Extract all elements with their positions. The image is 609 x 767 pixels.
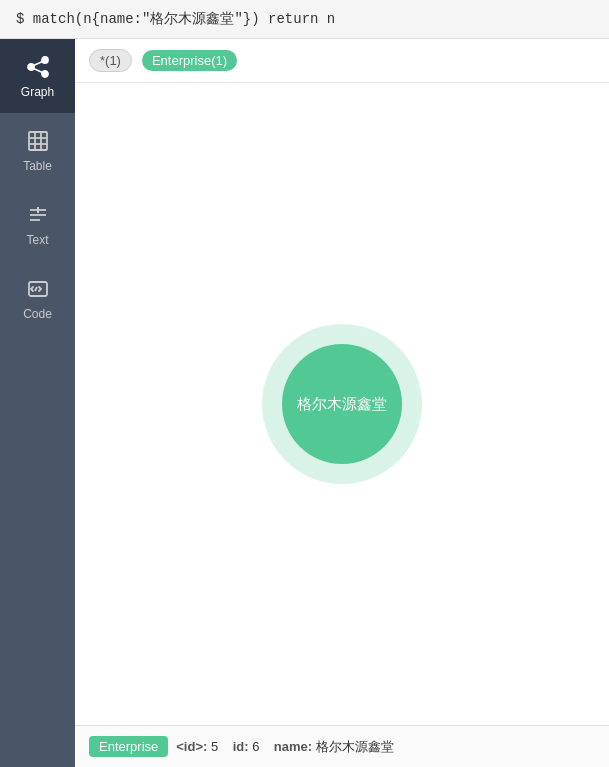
graph-icon bbox=[24, 53, 52, 81]
id2-value: 6 bbox=[252, 739, 259, 754]
content-area: *(1) Enterprise(1) 格尔木源鑫堂 Enterprise <id… bbox=[75, 39, 609, 767]
query-text: $ match(n{name:"格尔木源鑫堂"}) return n bbox=[16, 11, 335, 27]
graph-canvas: 格尔木源鑫堂 bbox=[75, 83, 609, 725]
sidebar-item-code[interactable]: Code bbox=[0, 261, 75, 335]
tab-bar: *(1) Enterprise(1) bbox=[75, 39, 609, 83]
code-icon bbox=[24, 275, 52, 303]
info-bar: Enterprise <id>: 5 id: 6 name: 格尔木源鑫堂 bbox=[75, 725, 609, 767]
main-layout: Graph Table bbox=[0, 39, 609, 767]
svg-line-15 bbox=[35, 287, 37, 291]
svg-rect-5 bbox=[29, 132, 47, 150]
sidebar-code-label: Code bbox=[23, 307, 52, 321]
info-badge: Enterprise bbox=[89, 736, 168, 757]
node-outer-ring: 格尔木源鑫堂 bbox=[262, 324, 422, 484]
svg-point-2 bbox=[42, 71, 48, 77]
node-label: 格尔木源鑫堂 bbox=[297, 395, 387, 414]
tab-all[interactable]: *(1) bbox=[89, 49, 132, 72]
sidebar-table-label: Table bbox=[23, 159, 52, 173]
svg-line-4 bbox=[33, 69, 42, 73]
info-detail: <id>: 5 id: 6 name: 格尔木源鑫堂 bbox=[176, 738, 394, 756]
query-bar: $ match(n{name:"格尔木源鑫堂"}) return n bbox=[0, 0, 609, 39]
sidebar-graph-label: Graph bbox=[21, 85, 54, 99]
graph-node[interactable]: 格尔木源鑫堂 bbox=[282, 344, 402, 464]
svg-point-1 bbox=[42, 57, 48, 63]
name-label: name: bbox=[274, 739, 312, 754]
table-icon bbox=[24, 127, 52, 155]
id-label: <id>: bbox=[176, 739, 207, 754]
tab-enterprise[interactable]: Enterprise(1) bbox=[142, 50, 237, 71]
name-value: 格尔木源鑫堂 bbox=[316, 739, 394, 754]
sidebar-item-text[interactable]: Text bbox=[0, 187, 75, 261]
id-value: 5 bbox=[211, 739, 218, 754]
id2-label: id: bbox=[233, 739, 249, 754]
svg-line-3 bbox=[33, 62, 42, 66]
text-icon bbox=[24, 201, 52, 229]
svg-point-0 bbox=[28, 64, 34, 70]
sidebar-item-graph[interactable]: Graph bbox=[0, 39, 75, 113]
sidebar-text-label: Text bbox=[26, 233, 48, 247]
sidebar: Graph Table bbox=[0, 39, 75, 767]
sidebar-item-table[interactable]: Table bbox=[0, 113, 75, 187]
